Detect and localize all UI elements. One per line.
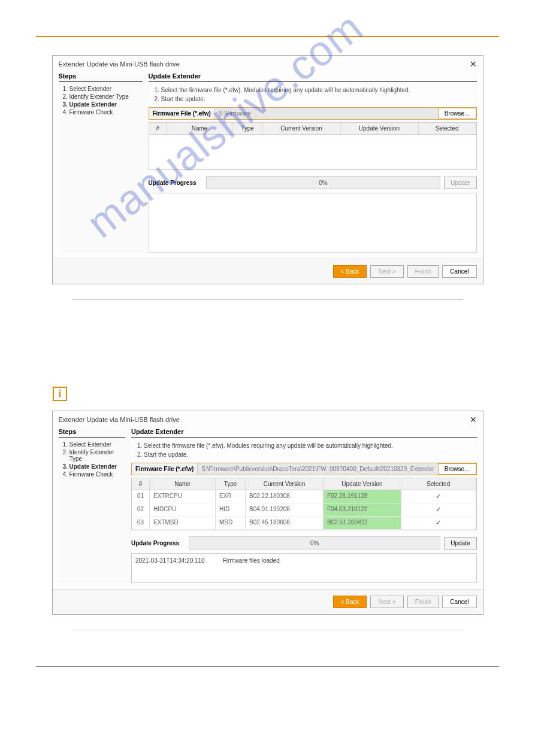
cell-current: B02.22.180308	[246, 490, 324, 503]
finish-button[interactable]: Finish	[407, 596, 439, 608]
cell-name: HIDCPU	[150, 503, 216, 516]
instruction-2: 2. Start the update.	[137, 451, 477, 458]
col-header-current: Current Version	[246, 478, 324, 490]
cell-update-highlighted: B02.51.200422	[324, 517, 401, 529]
firmware-file-label: Firmware File (*.efw)	[132, 463, 198, 475]
col-header-current: Current Version	[263, 123, 341, 134]
dialog-title: Extender Update via Mini-USB flash drive	[53, 411, 483, 428]
step-item: Select Extender	[69, 441, 126, 448]
cell-current: B02.45.180606	[246, 517, 324, 529]
log-message: Firmware files loaded	[223, 557, 280, 564]
cell-name: EXTMSD	[150, 517, 216, 529]
firmware-file-input[interactable]: S:\Firmware	[215, 108, 438, 119]
update-dialog-1: Extender Update via Mini-USB flash drive…	[52, 55, 483, 284]
step-item: Firmware Check	[69, 471, 126, 478]
step-item: Firmware Check	[69, 109, 143, 116]
cell-update-highlighted: F04.03.210122	[324, 503, 401, 516]
col-header-num: #	[149, 123, 167, 134]
progress-label: Update Progress	[149, 180, 202, 186]
cell-selected-checkbox[interactable]	[401, 490, 476, 503]
col-header-update: Update Version	[324, 478, 401, 490]
section-divider	[72, 299, 463, 300]
cell-type: HID	[216, 503, 246, 516]
col-header-name: Name	[150, 478, 216, 490]
next-button[interactable]: Next >	[370, 596, 403, 608]
col-header-selected: Selected	[401, 478, 476, 490]
next-button[interactable]: Next >	[370, 265, 403, 278]
firmware-file-input[interactable]: S:\Firmware\Publicversion\DracoTera\2021…	[198, 463, 438, 475]
section-divider	[72, 630, 463, 630]
cell-num: 01	[132, 490, 150, 503]
table-row[interactable]: 01 EXTRCPU EXR B02.22.180308 F02.26.1911…	[132, 490, 476, 503]
cell-current: B04.01.190206	[246, 503, 324, 516]
update-button[interactable]: Update	[444, 537, 476, 549]
close-icon[interactable]: ✕	[470, 415, 477, 424]
step-item: Select Extender	[69, 86, 143, 92]
cancel-button[interactable]: Cancel	[442, 265, 476, 278]
progress-bar: 0%	[189, 536, 440, 549]
cell-name: EXTRCPU	[150, 490, 216, 503]
finish-button[interactable]: Finish	[407, 265, 439, 278]
instruction-2: 2. Start the update.	[155, 96, 477, 102]
col-header-selected: Selected	[419, 123, 476, 134]
firmware-table: # Name Type Current Version Update Versi…	[131, 478, 477, 530]
cell-num: 03	[132, 517, 150, 529]
log-timestamp: 2021-03-31T14:34:20.110	[135, 557, 205, 564]
close-icon[interactable]: ✕	[470, 59, 477, 69]
col-header-type: Type	[216, 478, 246, 490]
col-header-type: Type	[233, 123, 263, 134]
table-row[interactable]: 03 EXTMSD MSD B02.45.180606 B02.51.20042…	[132, 517, 476, 530]
cell-update-highlighted: F02.26.191128	[324, 490, 401, 503]
cell-type: EXR	[216, 490, 246, 503]
browse-button[interactable]: Browse...	[438, 463, 476, 475]
top-divider	[36, 36, 499, 37]
footer-divider	[36, 666, 499, 667]
dialog-title: Extender Update via Mini-USB flash drive	[53, 56, 483, 72]
back-button[interactable]: < Back	[333, 265, 367, 278]
panel-heading: Update Extender	[149, 72, 477, 82]
step-item: Identify Extender Type	[69, 449, 126, 462]
step-item: Identify Extender Type	[69, 93, 143, 100]
instruction-1: 1. Select the firmware file (*.efw). Mod…	[155, 87, 477, 93]
cell-num: 02	[132, 503, 150, 516]
firmware-table: # Name Type Current Version Update Versi…	[149, 122, 477, 170]
back-button[interactable]: < Back	[333, 596, 367, 608]
update-dialog-2: Extender Update via Mini-USB flash drive…	[52, 411, 483, 615]
panel-heading: Update Extender	[131, 428, 477, 438]
steps-sidebar: Steps Select Extender Identify Extender …	[59, 72, 149, 253]
steps-heading: Steps	[59, 72, 143, 82]
log-output	[149, 193, 477, 253]
firmware-file-label: Firmware File (*.efw)	[149, 108, 215, 119]
info-icon: i	[53, 387, 67, 401]
col-header-update: Update Version	[341, 123, 419, 134]
steps-heading: Steps	[59, 428, 126, 438]
cell-selected-checkbox[interactable]	[401, 503, 476, 516]
cancel-button[interactable]: Cancel	[442, 596, 476, 608]
log-output: 2021-03-31T14:34:20.110 Firmware files l…	[131, 553, 477, 583]
cell-type: MSD	[216, 517, 246, 529]
col-header-num: #	[132, 478, 150, 490]
cell-selected-checkbox[interactable]	[401, 517, 476, 529]
update-button[interactable]: Update	[444, 177, 476, 189]
progress-bar: 0%	[206, 176, 441, 189]
step-item-active: Update Extender	[69, 101, 143, 108]
col-header-name: Name	[167, 123, 233, 134]
progress-label: Update Progress	[131, 540, 185, 546]
instruction-1: 1. Select the firmware file (*.efw). Mod…	[137, 442, 477, 449]
steps-sidebar: Steps Select Extender Identify Extender …	[59, 428, 132, 583]
table-row[interactable]: 02 HIDCPU HID B04.01.190206 F04.03.21012…	[132, 503, 476, 517]
step-item-active: Update Extender	[69, 463, 126, 470]
browse-button[interactable]: Browse...	[438, 108, 476, 119]
